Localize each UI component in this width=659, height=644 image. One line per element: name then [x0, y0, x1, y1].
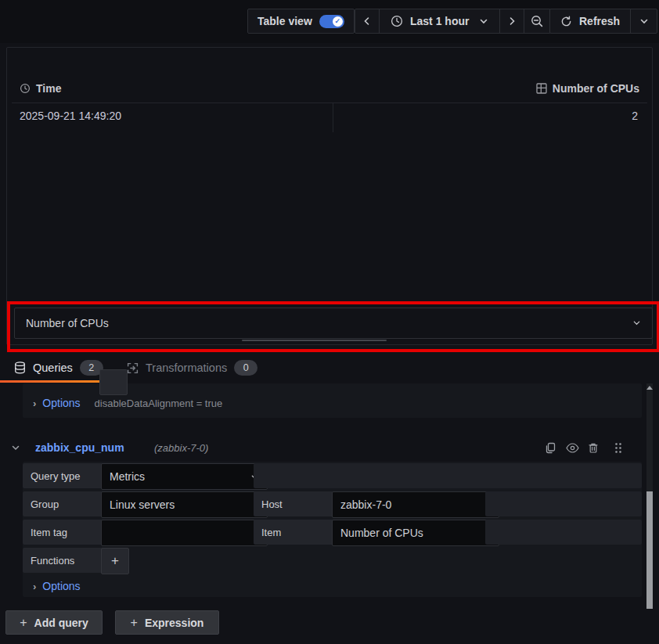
scrollbar-up-arrow[interactable] [646, 386, 653, 390]
tab-queries-label: Queries [33, 362, 73, 374]
hide-query-button[interactable] [564, 439, 581, 456]
editor-scrollbar[interactable] [646, 383, 653, 609]
refresh-icon [560, 16, 572, 27]
chevron-right-icon: › [33, 398, 36, 409]
query-options-toggle[interactable]: › Options [33, 580, 81, 592]
tab-queries[interactable]: Queries 2 [14, 360, 103, 376]
row-filler [485, 520, 642, 545]
prev-options-label: Options [42, 397, 80, 409]
drag-query-handle[interactable] [610, 439, 627, 456]
chevron-left-icon [362, 16, 372, 26]
eye-icon [566, 443, 579, 453]
time-range-label: Last 1 hour [410, 15, 469, 27]
active-tab-underline [0, 380, 115, 383]
frame-selector-dropdown[interactable]: Number of CPUs [14, 308, 653, 339]
annotation-red-box: Number of CPUs [7, 301, 659, 352]
toggle-check-icon: ✓ [333, 16, 343, 27]
zoom-out-time-button[interactable] [524, 9, 550, 33]
prev-query-options-toggle[interactable]: › Options disableDataAlignment = true [33, 397, 222, 409]
chevron-down-icon [639, 16, 649, 26]
time-range-picker-button[interactable]: Last 1 hour [379, 9, 499, 33]
chevron-down-icon [479, 16, 488, 26]
grafana-panel-editor: Table view ✓ Last 1 hour [0, 0, 659, 644]
clock-icon [20, 83, 31, 94]
prev-options-summary: disableDataAlignment = true [95, 398, 223, 409]
table-header-value-label: Number of CPUs [553, 82, 639, 95]
zoom-out-icon [531, 15, 544, 28]
add-query-label: Add query [34, 617, 88, 629]
delete-query-button[interactable] [585, 439, 602, 456]
chevron-down-icon [632, 318, 641, 327]
time-shift-back-button[interactable] [355, 9, 379, 33]
frame-selector-value: Number of CPUs [26, 317, 109, 329]
refresh-interval-button[interactable] [630, 9, 657, 33]
plus-icon: + [131, 616, 138, 630]
query-card-previous: › Options disableDataAlignment = true [23, 383, 642, 418]
add-function-button-clipped[interactable] [99, 369, 128, 395]
chevron-down-icon [11, 443, 20, 452]
trash-icon [588, 442, 599, 454]
table-view-control: Table view ✓ [247, 9, 355, 34]
collapse-query-chevron[interactable] [11, 443, 20, 452]
tab-transformations-label: Transformations [146, 362, 227, 374]
add-query-button[interactable]: + Add query [5, 610, 103, 635]
table-view-toggle[interactable]: ✓ [319, 15, 344, 28]
table-icon [536, 83, 547, 94]
table-cell-value: 2 [632, 110, 638, 122]
query-datasource: (zabbix-7-0) [154, 442, 208, 454]
time-shift-forward-button[interactable] [499, 9, 524, 33]
panel-table-view: Time Number of CPUs 2025-09-21 14:49:20 … [6, 47, 653, 345]
plus-icon: + [20, 616, 27, 630]
top-toolbar: Table view ✓ Last 1 hour [0, 0, 659, 43]
transform-icon [127, 362, 139, 374]
host-input[interactable] [332, 491, 499, 518]
chevron-right-icon: › [33, 581, 36, 592]
copy-icon [545, 442, 556, 454]
time-range-controls: Last 1 hour [355, 9, 551, 34]
refresh-label: Refresh [579, 15, 620, 27]
add-function-button[interactable]: + [101, 548, 129, 574]
drag-dots-icon [614, 442, 622, 454]
duplicate-query-button[interactable] [542, 439, 559, 456]
expression-button[interactable]: + Expression [115, 610, 219, 635]
clock-icon [391, 15, 403, 27]
tab-transformations-badge: 0 [234, 360, 257, 376]
item-input[interactable] [332, 520, 499, 546]
query-editor-body: Query type Metrics Group Host Item tag I… [23, 462, 642, 597]
table-column-divider [333, 103, 333, 132]
host-label: Host [254, 491, 344, 516]
chevron-right-icon [507, 16, 517, 26]
row-filler [485, 491, 642, 516]
tab-transformations[interactable]: Transformations 0 [127, 360, 257, 376]
query-options-label: Options [42, 580, 80, 592]
pane-resize-handle[interactable] [242, 340, 387, 341]
query-name[interactable]: zabbix_cpu_num [35, 441, 124, 454]
table-header-time[interactable]: Time [20, 82, 61, 95]
expression-label: Expression [145, 617, 203, 629]
group-label: Group [23, 491, 113, 516]
query-type-dropdown[interactable]: Metrics [101, 463, 268, 490]
table-cell-time: 2025-09-21 14:49:20 [20, 110, 121, 122]
item-label: Item [254, 520, 344, 545]
table-header-divider [12, 103, 647, 103]
group-input[interactable] [101, 491, 268, 518]
item-tag-input[interactable] [101, 520, 268, 546]
table-header-value[interactable]: Number of CPUs [536, 82, 639, 95]
functions-label: Functions [23, 548, 113, 573]
table-view-label: Table view [257, 15, 312, 27]
row-filler [254, 463, 642, 488]
query-type-label: Query type [23, 463, 113, 488]
scrollbar-thumb[interactable] [646, 491, 653, 609]
database-icon [14, 362, 26, 374]
item-tag-label: Item tag [23, 520, 113, 545]
refresh-button[interactable]: Refresh [550, 9, 630, 33]
query-type-value: Metrics [110, 470, 145, 483]
query-header-row: zabbix_cpu_num (zabbix-7-0) [0, 435, 642, 460]
refresh-controls: Refresh [549, 9, 657, 34]
table-header-time-label: Time [36, 82, 61, 95]
